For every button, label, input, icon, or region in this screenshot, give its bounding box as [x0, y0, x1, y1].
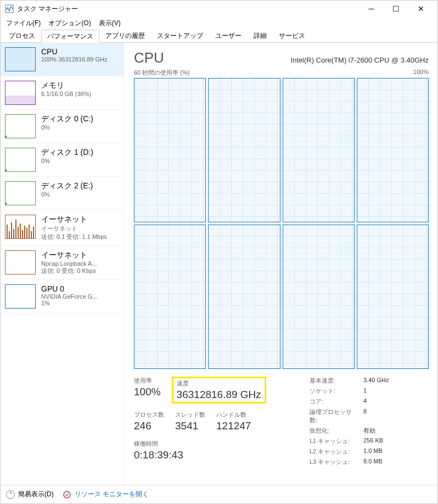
tabbar: プロセス パフォーマンス アプリの履歴 スタートアップ ユーザー 詳細 サービス	[1, 29, 437, 43]
spec-value: 1.0 MB	[363, 447, 383, 456]
tab-users[interactable]: ユーザー	[209, 29, 248, 42]
spec-value: 4	[363, 397, 367, 406]
spec-value: 8	[363, 408, 367, 424]
tab-processes[interactable]: プロセス	[3, 29, 41, 42]
spec-value: 256 KB	[363, 437, 383, 445]
sidebar-item-sub2: 送信: 0 受信: 0 Kbps	[41, 267, 119, 275]
sidebar-item-label: ディスク 1 (D:)	[41, 148, 119, 158]
sidebar-item-sub2: 1%	[41, 300, 119, 306]
cpu-thumb-icon	[5, 47, 36, 71]
ethernet-thumb-icon	[5, 215, 36, 239]
spec-label: L3 キャッシュ:	[310, 458, 359, 466]
sidebar-item-label: メモリ	[41, 81, 119, 91]
close-button[interactable]: ✕	[408, 1, 433, 17]
spec-row: 論理プロセッサ数:8	[310, 408, 389, 424]
cpu-core-graph	[208, 78, 280, 222]
spec-row: 仮想化:有効	[310, 427, 389, 435]
minimize-button[interactable]: ─	[359, 1, 384, 17]
cpu-core-graph	[283, 225, 355, 369]
sidebar-item-label: イーサネット	[41, 250, 119, 260]
cpu-core-graph	[134, 225, 206, 369]
spec-label: 論理プロセッサ数:	[310, 408, 359, 424]
spec-label: ソケット:	[310, 387, 359, 395]
sidebar-item-sub: 0%	[41, 124, 119, 131]
stat-handles-value: 121247	[216, 420, 251, 432]
menu-options[interactable]: オプション(O)	[45, 18, 94, 29]
stat-handles-label: ハンドル数	[216, 411, 251, 419]
gpu-thumb-icon	[5, 284, 36, 309]
spec-label: 基本速度:	[310, 377, 359, 385]
disk-thumb-icon	[5, 114, 36, 138]
stat-speed-label: 速度	[177, 379, 261, 388]
maximize-button[interactable]: ☐	[384, 1, 408, 17]
spec-value: 有効	[363, 427, 375, 435]
sidebar-item-label: イーサネット	[41, 215, 119, 225]
stat-uptime-label: 稼働時間	[134, 440, 288, 448]
spec-row: 基本速度:3.40 GHz	[310, 377, 389, 385]
spec-table: 基本速度:3.40 GHzソケット:1コア:4論理プロセッサ数:8仮想化:有効L…	[310, 377, 389, 468]
stat-uptime-value: 0:18:39:43	[134, 449, 288, 461]
sidebar-item-label: ディスク 0 (C:)	[41, 114, 119, 124]
sidebar-item-sub: 100% 36312816.89 GHz	[41, 56, 119, 63]
sidebar-item-disk2[interactable]: ディスク 2 (E:) 0%	[1, 177, 123, 210]
window-title: タスク マネージャー	[17, 4, 359, 14]
sidebar-item-disk1[interactable]: ディスク 1 (D:) 0%	[1, 143, 123, 177]
stat-threads-value: 3541	[175, 420, 205, 432]
spec-row: L2 キャッシュ:1.0 MB	[310, 447, 389, 456]
resmon-icon	[63, 490, 71, 499]
menubar: ファイル(F) オプション(O) 表示(V)	[1, 17, 437, 29]
stat-usage-label: 使用率	[134, 377, 161, 385]
sidebar-item-disk0[interactable]: ディスク 0 (C:) 0%	[1, 110, 123, 143]
spec-row: コア:4	[310, 397, 389, 406]
chevron-up-icon: ˄	[6, 490, 15, 499]
menu-file[interactable]: ファイル(F)	[3, 18, 44, 29]
stat-speed-value: 36312816.89 GHz	[177, 389, 261, 401]
sidebar-item-gpu0[interactable]: GPU 0 NVIDIA GeForce G... 1%	[1, 280, 123, 313]
sidebar-item-label: ディスク 2 (E:)	[41, 181, 119, 191]
tab-performance[interactable]: パフォーマンス	[41, 30, 99, 43]
cpu-model: Intel(R) Core(TM) i7-2600 CPU @ 3.40GHz	[290, 56, 429, 64]
footer: ˄ 簡易表示(D) リソース モニターを開く	[1, 485, 437, 503]
sidebar-item-sub2: 送信: 0.1 受信: 1.1 Mbps	[41, 233, 119, 241]
spec-label: L2 キャッシュ:	[310, 447, 359, 456]
sidebar-item-sub: 0%	[41, 191, 119, 198]
cpu-core-graph	[357, 78, 429, 222]
page-title: CPU	[134, 49, 164, 66]
sidebar-item-ethernet0[interactable]: イーサネット イーサネット 送信: 0.1 受信: 1.1 Mbps	[1, 210, 123, 246]
disk-thumb-icon	[5, 148, 36, 172]
sidebar-item-label: GPU 0	[41, 284, 119, 293]
highlight-box: 速度 36312816.89 GHz	[172, 377, 266, 404]
cpu-core-graph	[134, 78, 206, 222]
tab-details[interactable]: 詳細	[248, 29, 273, 42]
open-resource-monitor-link[interactable]: リソース モニターを開く	[63, 490, 149, 499]
stat-usage-value: 100%	[134, 386, 161, 398]
graph-label-left: 60 秒間の使用率 (%)	[134, 69, 189, 77]
spec-row: L3 キャッシュ:8.0 MB	[310, 458, 389, 466]
stat-processes-value: 246	[134, 420, 164, 432]
tab-apphistory[interactable]: アプリの履歴	[99, 29, 151, 42]
graph-label-right: 100%	[413, 69, 429, 77]
spec-value: 8.0 MB	[363, 458, 383, 466]
fewer-details-button[interactable]: ˄ 簡易表示(D)	[6, 490, 54, 499]
sidebar: CPU 100% 36312816.89 GHz メモリ 6.1/16.0 GB…	[1, 43, 124, 485]
tab-services[interactable]: サービス	[273, 29, 311, 42]
tab-startup[interactable]: スタートアップ	[151, 29, 209, 42]
sidebar-item-sub: NVIDIA GeForce G...	[41, 293, 119, 300]
spec-label: 仮想化:	[310, 427, 359, 435]
stat-processes-label: プロセス数	[134, 411, 164, 419]
titlebar[interactable]: タスク マネージャー ─ ☐ ✕	[1, 1, 437, 17]
stat-threads-label: スレッド数	[175, 411, 205, 419]
main-panel: CPU Intel(R) Core(TM) i7-2600 CPU @ 3.40…	[124, 43, 437, 485]
spec-label: コア:	[310, 397, 359, 406]
ethernet-thumb-icon	[5, 250, 36, 275]
memory-thumb-icon	[5, 81, 36, 105]
spec-row: L1 キャッシュ:256 KB	[310, 437, 389, 445]
sidebar-item-memory[interactable]: メモリ 6.1/16.0 GB (38%)	[1, 76, 123, 110]
menu-view[interactable]: 表示(V)	[96, 18, 124, 29]
cpu-graph-grid	[134, 78, 429, 369]
sidebar-item-cpu[interactable]: CPU 100% 36312816.89 GHz	[1, 43, 123, 76]
cpu-core-graph	[357, 225, 429, 369]
taskmgr-icon	[5, 4, 14, 13]
cpu-core-graph	[283, 78, 355, 222]
sidebar-item-ethernet1[interactable]: イーサネット Npcap Loopback A... 送信: 0 受信: 0 K…	[1, 246, 123, 280]
